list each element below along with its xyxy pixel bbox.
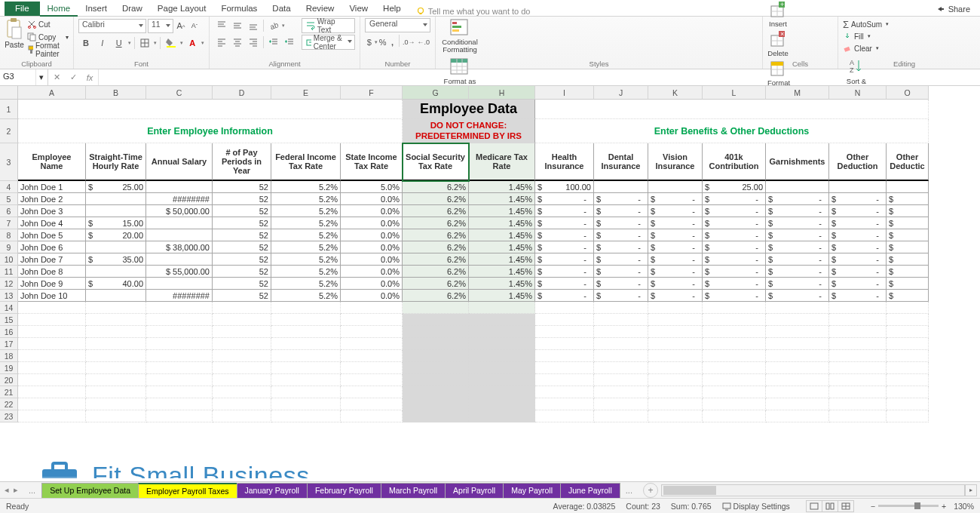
cell-empty[interactable] <box>648 362 703 374</box>
cell-empty[interactable] <box>648 350 703 362</box>
col-header-state[interactable]: State Income Tax Rate <box>341 143 403 181</box>
cell-empty[interactable] <box>403 362 469 374</box>
cell-empty[interactable] <box>271 302 341 314</box>
cell-empty[interactable] <box>86 314 146 326</box>
column-header-G[interactable]: G <box>403 86 469 100</box>
cell-empty[interactable] <box>703 374 766 386</box>
cell-garnish[interactable]: $- <box>766 278 829 290</box>
tell-me-search[interactable]: Tell me what you want to do <box>416 7 531 16</box>
col-header-health[interactable]: Health Insurance <box>535 143 594 181</box>
name-box-dropdown-icon[interactable]: ▾ <box>35 69 46 85</box>
cell-state[interactable]: 5.0% <box>341 181 403 193</box>
cell-empty[interactable] <box>146 362 213 374</box>
cell-empty[interactable] <box>887 350 929 362</box>
insert-function-button[interactable]: fx <box>81 73 98 82</box>
cell-name[interactable]: John Doe 3 <box>18 205 86 217</box>
cell-empty[interactable] <box>403 338 469 350</box>
cell-empty[interactable] <box>213 398 271 410</box>
row-header-20[interactable]: 20 <box>0 374 18 386</box>
cell-name[interactable]: John Doe 1 <box>18 181 86 193</box>
col-header-vision[interactable]: Vision Insurance <box>648 143 703 181</box>
cell-empty[interactable] <box>271 410 341 422</box>
cell-empty[interactable] <box>535 398 594 410</box>
cut-button[interactable]: Cut <box>27 18 69 30</box>
column-header-L[interactable]: L <box>703 86 766 100</box>
cell-name[interactable]: John Doe 7 <box>18 253 86 266</box>
cell-empty[interactable] <box>271 362 341 374</box>
col-header-name[interactable]: Employee Name <box>18 143 86 181</box>
cell-empty[interactable] <box>341 338 403 350</box>
cell-empty[interactable] <box>648 338 703 350</box>
cell-dental[interactable]: $- <box>594 290 648 302</box>
cell-other2[interactable]: $ <box>887 193 929 205</box>
cell-health[interactable]: $- <box>535 253 594 266</box>
cell-name[interactable]: John Doe 2 <box>18 193 86 205</box>
align-right-button[interactable] <box>246 35 261 50</box>
cell-empty[interactable] <box>213 314 271 326</box>
cell-periods[interactable]: 52 <box>213 181 271 193</box>
cell-med[interactable]: 1.45% <box>469 266 535 278</box>
row-header-2[interactable]: 2 <box>0 119 18 143</box>
cell-periods[interactable]: 52 <box>213 253 271 266</box>
cell-401k[interactable]: $- <box>703 278 766 290</box>
cell-empty[interactable] <box>766 302 829 314</box>
cell-empty[interactable] <box>648 314 703 326</box>
comma-format-button[interactable]: , <box>388 35 397 50</box>
sheet-nav[interactable]: ◂▸ <box>0 485 23 495</box>
cell-name[interactable]: John Doe 10 <box>18 290 86 302</box>
decrease-decimal-button[interactable]: ←.0 <box>417 35 431 50</box>
cell-ss[interactable]: 6.2% <box>403 229 469 241</box>
column-header-M[interactable]: M <box>766 86 829 100</box>
cell-health[interactable]: $- <box>535 241 594 253</box>
cell-other[interactable]: $- <box>829 241 887 253</box>
normal-view-button[interactable] <box>806 500 822 512</box>
underline-button[interactable]: U <box>112 35 127 51</box>
cell-dental[interactable]: $- <box>594 241 648 253</box>
wrap-text-button[interactable]: Wrap Text <box>302 18 355 33</box>
align-top-button[interactable] <box>214 18 229 33</box>
cell-empty[interactable] <box>535 386 594 398</box>
cell-health[interactable]: $- <box>535 290 594 302</box>
cell-empty[interactable] <box>703 302 766 314</box>
cell-med[interactable]: 1.45% <box>469 290 535 302</box>
cell-vision[interactable] <box>648 181 703 193</box>
cell-empty[interactable] <box>535 326 594 338</box>
display-settings-button[interactable]: Display Settings <box>722 502 790 511</box>
cell-empty[interactable] <box>403 410 469 422</box>
cell-empty[interactable] <box>86 410 146 422</box>
cell-empty[interactable] <box>341 362 403 374</box>
cell-periods[interactable]: 52 <box>213 205 271 217</box>
cell-empty[interactable] <box>341 374 403 386</box>
cell-empty[interactable] <box>887 398 929 410</box>
cell-401k[interactable]: $- <box>703 205 766 217</box>
col-header-dental[interactable]: Dental Insurance <box>594 143 648 181</box>
sheet-tab-april[interactable]: April Payroll <box>445 483 504 498</box>
cell-ss[interactable]: 6.2% <box>403 241 469 253</box>
cell-empty[interactable] <box>18 302 86 314</box>
cell-other2[interactable]: $ <box>887 290 929 302</box>
row-header-5[interactable]: 5 <box>0 193 18 205</box>
cell-other[interactable]: $- <box>829 193 887 205</box>
column-header-C[interactable]: C <box>146 86 213 100</box>
cell-empty[interactable] <box>86 350 146 362</box>
row-header-23[interactable]: 23 <box>0 410 18 422</box>
cell-empty[interactable] <box>829 362 887 374</box>
cell-state[interactable]: 0.0% <box>341 229 403 241</box>
delete-cells-button[interactable]: ×Delete <box>767 29 789 57</box>
font-color-button[interactable]: A <box>185 35 200 51</box>
cell-vision[interactable]: $- <box>648 290 703 302</box>
cell-ss[interactable]: 6.2% <box>403 193 469 205</box>
percent-format-button[interactable]: % <box>378 35 387 50</box>
cell-periods[interactable]: 52 <box>213 266 271 278</box>
cell-empty[interactable] <box>213 386 271 398</box>
cell-ss[interactable]: 6.2% <box>403 278 469 290</box>
cell-empty[interactable] <box>341 398 403 410</box>
cell-empty[interactable] <box>86 362 146 374</box>
cell-health[interactable]: $100.00 <box>535 181 594 193</box>
column-header-I[interactable]: I <box>535 86 594 100</box>
cell-empty[interactable] <box>403 350 469 362</box>
cell-empty[interactable] <box>18 398 86 410</box>
cell-hourly[interactable] <box>86 241 146 253</box>
cell-med[interactable]: 1.45% <box>469 229 535 241</box>
cell-ss[interactable]: 6.2% <box>403 217 469 229</box>
